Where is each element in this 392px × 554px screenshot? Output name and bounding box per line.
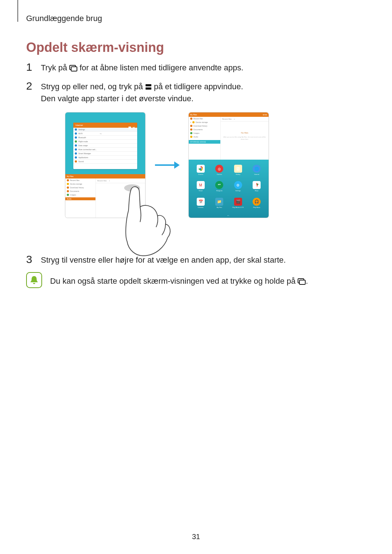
app-cell: Chrome <box>192 165 209 179</box>
step-1: 1 Tryk på for at åbne listen med tidlige… <box>26 62 363 74</box>
svg-rect-1 <box>71 67 77 71</box>
svg-rect-2 <box>146 84 151 86</box>
task-card-row: Bluetooth <box>73 136 137 140</box>
svg-rect-4 <box>128 127 131 128</box>
page-title: Opdelt skærm-visning <box>26 40 164 55</box>
side-row: Recent files <box>189 117 220 120</box>
header-rule <box>17 0 18 22</box>
task-card-row: Smart Manager <box>73 152 137 156</box>
hand-gesture-icon <box>121 181 172 254</box>
step-text-part: på et tidligere appvindue. <box>154 82 243 91</box>
recents-pane: Internet Settings Wi-FiOn Bluetooth Flig… <box>65 112 145 174</box>
step-text-part: Tryk på <box>41 63 69 72</box>
task-card-row: Sound <box>73 160 137 164</box>
task-card-row: More connection sett... <box>73 148 137 152</box>
side-row: Device storage <box>65 182 95 186</box>
side-row: Download history <box>65 186 95 189</box>
app-cell: Maps <box>249 181 265 195</box>
step-text-part: Stryg op eller ned, og tryk på <box>41 82 145 91</box>
breadcrumb: Grundlæggende brug <box>26 14 102 23</box>
side-row: Documents <box>189 128 220 131</box>
no-files-subtitle: After you access files using My Files, t… <box>221 136 269 140</box>
tip-text: Du kan også starte opdelt skærm-visninge… <box>50 272 308 287</box>
app-cell: 📅Calendar <box>192 198 209 212</box>
task-card-title: Internet <box>75 124 83 126</box>
svg-rect-3 <box>146 87 151 90</box>
app-cell: ◎Camera <box>211 165 228 179</box>
side-row: Download history <box>189 124 220 128</box>
recent-apps-icon <box>69 65 77 71</box>
step-number: 3 <box>26 254 37 265</box>
step-2: 2 Stryg op eller ned, og tryk på på et t… <box>26 81 363 104</box>
page-indicator: • · <box>189 214 269 217</box>
task-card-header: Internet <box>73 123 137 128</box>
step-text-part: for at åbne listen med tidligere anvendt… <box>79 63 243 72</box>
files-sidebar: Recent files ▾Device storage Download hi… <box>189 117 221 160</box>
side-row: Audio <box>65 197 95 200</box>
step-body: Stryg til venstre eller højre for at væl… <box>41 254 286 266</box>
no-files-title: No files <box>221 132 269 134</box>
app-cell: ⚙Settings <box>230 181 246 195</box>
tablet-right: My Files MORE Recent files ▾Device stora… <box>189 112 269 218</box>
side-row: Images <box>65 193 95 197</box>
side-row: ▾Device storage <box>189 120 220 124</box>
step-body: Stryg op eller ned, og tryk på på et tid… <box>41 81 243 104</box>
task-card: Internet Settings Wi-FiOn Bluetooth Flig… <box>73 123 137 169</box>
tip-block: Du kan også starte opdelt skærm-visninge… <box>26 272 308 288</box>
page-number: 31 <box>0 533 392 541</box>
split-screen-icon <box>128 124 131 127</box>
svg-rect-5 <box>128 128 131 129</box>
task-card-row: Data usage <box>73 144 137 148</box>
arrow-icon <box>154 160 180 171</box>
svg-marker-7 <box>174 161 180 169</box>
files-sidebar: Recent files Device storage Download his… <box>65 178 96 218</box>
task-card-row: Flight mode <box>73 140 137 144</box>
illustration: Internet Settings Wi-FiOn Bluetooth Flig… <box>65 112 334 247</box>
app-cell: 🎬Play Movies & TV <box>230 198 246 212</box>
side-row: Documents <box>65 189 95 193</box>
task-card-row: Applications <box>73 156 137 160</box>
app-cell: MGmail <box>192 181 209 195</box>
svg-point-10 <box>257 184 258 185</box>
side-row: Audio <box>189 135 220 139</box>
recent-apps-icon <box>298 278 306 285</box>
step-subtext: Den valgte app starter i det øverste vin… <box>41 94 193 103</box>
step-body: Tryk på for at åbne listen med tidligere… <box>41 62 243 74</box>
tip-bell-icon <box>26 272 42 288</box>
files-header: My Files <box>65 174 145 178</box>
step-number: 2 <box>26 81 37 91</box>
task-card-row: Settings <box>73 128 137 132</box>
close-icon <box>132 124 135 127</box>
svg-rect-13 <box>299 280 305 284</box>
step-number: 1 <box>26 62 37 73</box>
split-screen-icon <box>145 84 152 90</box>
app-cell: 📁My Files <box>211 198 228 212</box>
files-header: My Files MORE <box>189 112 269 117</box>
storage-usage: STORAGE USAGE <box>189 140 220 144</box>
task-card-row: Wi-FiOn <box>73 132 137 136</box>
app-cell: 🌐Internet <box>249 165 265 179</box>
app-cell: 🎧Play Music <box>249 198 265 212</box>
app-cell: 🖼Gallery <box>230 165 246 179</box>
app-drawer-pane: Chrome ◎Camera 🖼Gallery 🌐Internet MGmail… <box>189 160 269 218</box>
app-cell: ❝❞Hangouts <box>211 181 228 195</box>
files-main: Recent files+ No files After you access … <box>221 117 269 160</box>
side-row: Recent files <box>65 178 95 182</box>
app-grid: Chrome ◎Camera 🖼Gallery 🌐Internet MGmail… <box>192 165 265 212</box>
side-row: Images <box>189 131 220 135</box>
step-3: 3 Stryg til venstre eller højre for at v… <box>26 254 363 266</box>
files-pane-top: My Files MORE Recent files ▾Device stora… <box>189 112 269 160</box>
